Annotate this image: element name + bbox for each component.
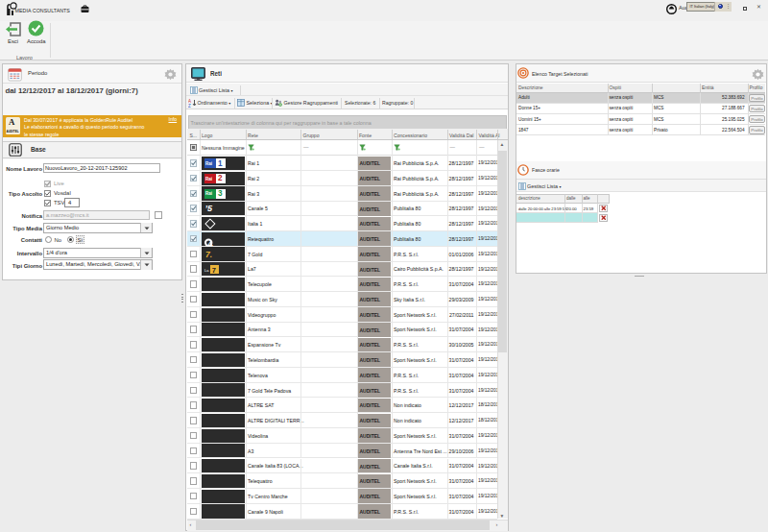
svg-text:Z: Z — [188, 104, 191, 109]
